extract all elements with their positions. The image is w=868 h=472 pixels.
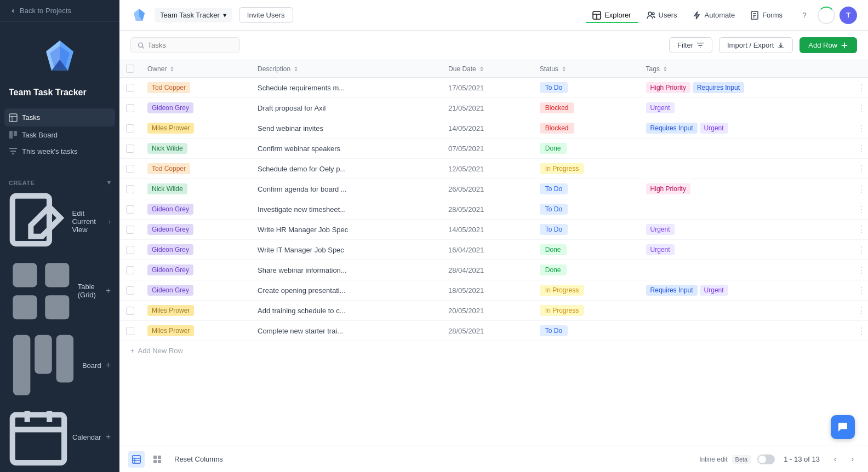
- import-export-button[interactable]: Import / Export: [719, 37, 793, 53]
- description-cell[interactable]: Send webinar invites: [258, 124, 323, 133]
- status-badge[interactable]: Blocked: [540, 123, 574, 134]
- description-cell[interactable]: Share webinar information...: [258, 266, 347, 274]
- description-cell[interactable]: Schedule demo for Oely p...: [258, 165, 346, 173]
- user-avatar[interactable]: T: [840, 7, 857, 24]
- next-page-button[interactable]: ›: [846, 453, 859, 466]
- status-badge[interactable]: Done: [540, 264, 567, 275]
- row-checkbox-11[interactable]: [126, 307, 134, 315]
- tag-badge[interactable]: Urgent: [700, 285, 728, 296]
- row-checkbox-3[interactable]: [126, 145, 134, 153]
- sort-icon-desc[interactable]: [293, 66, 299, 72]
- sort-icon-tags[interactable]: [662, 66, 669, 72]
- topbar-forms[interactable]: Forms: [744, 8, 789, 23]
- add-new-row-button[interactable]: + Add New Row: [119, 341, 868, 360]
- status-badge[interactable]: In Progress: [540, 163, 584, 174]
- description-cell[interactable]: Write IT Manager Job Spec: [258, 246, 344, 254]
- tag-badge[interactable]: High Priority: [646, 183, 690, 194]
- description-cell[interactable]: Create opening presentati...: [258, 286, 345, 295]
- row-actions-menu[interactable]: ⋮: [848, 280, 868, 301]
- description-cell[interactable]: Write HR Manager Job Spec: [258, 226, 348, 234]
- sidebar-board[interactable]: Board +: [4, 327, 115, 404]
- row-checkbox-4[interactable]: [126, 165, 134, 173]
- topbar-project-selector[interactable]: Team Task Tracker ▾: [155, 8, 232, 22]
- tag-badge[interactable]: Requires Input: [646, 123, 698, 134]
- row-actions-menu[interactable]: ⋮: [848, 240, 868, 260]
- status-badge[interactable]: Done: [540, 143, 567, 154]
- status-badge[interactable]: To Do: [540, 183, 568, 194]
- status-badge[interactable]: To Do: [540, 204, 568, 215]
- status-badge[interactable]: To Do: [540, 224, 568, 235]
- row-actions-menu[interactable]: ⋮: [848, 98, 868, 118]
- row-actions-menu[interactable]: ⋮: [848, 301, 868, 321]
- search-box[interactable]: [130, 37, 240, 53]
- tag-badge[interactable]: Urgent: [646, 224, 675, 235]
- sidebar-calendar[interactable]: Calendar +: [4, 404, 115, 470]
- row-checkbox-5[interactable]: [126, 185, 134, 193]
- select-all-checkbox[interactable]: [126, 65, 134, 73]
- owner-badge[interactable]: Gideon Grey: [147, 264, 193, 275]
- status-badge[interactable]: In Progress: [540, 305, 584, 316]
- description-cell[interactable]: Draft proposal for Axil: [258, 104, 326, 112]
- sort-icon-status[interactable]: [561, 66, 567, 72]
- search-input[interactable]: [148, 41, 233, 49]
- help-button[interactable]: ?: [796, 7, 813, 24]
- owner-badge[interactable]: Gideon Grey: [147, 204, 193, 215]
- row-checkbox-9[interactable]: [126, 266, 134, 274]
- owner-badge[interactable]: Tod Copper: [147, 163, 190, 174]
- tag-badge[interactable]: Requires Input: [693, 82, 744, 93]
- status-badge[interactable]: Blocked: [540, 102, 574, 113]
- row-actions-menu[interactable]: ⋮: [848, 220, 868, 240]
- description-cell[interactable]: Confirm webinar speakers: [258, 145, 340, 153]
- filter-button[interactable]: Filter: [669, 37, 712, 53]
- owner-badge[interactable]: Miles Prower: [147, 325, 194, 336]
- list-view-button[interactable]: [128, 451, 145, 468]
- topbar-explorer[interactable]: Explorer: [586, 8, 637, 23]
- row-actions-menu[interactable]: ⋮: [848, 199, 868, 220]
- topbar-users[interactable]: Users: [640, 8, 684, 23]
- sidebar-item-thisweek[interactable]: This week's tasks: [4, 143, 115, 159]
- owner-badge[interactable]: Miles Prower: [147, 305, 194, 316]
- owner-badge[interactable]: Tod Copper: [147, 82, 190, 93]
- tag-badge[interactable]: Urgent: [700, 123, 728, 134]
- owner-badge[interactable]: Nick Wilde: [147, 143, 187, 154]
- sidebar-edit-view[interactable]: Edit Current View ›: [4, 188, 115, 255]
- chat-button[interactable]: [831, 415, 855, 439]
- owner-badge[interactable]: Gideon Grey: [147, 102, 193, 113]
- description-cell[interactable]: Add training schedule to c...: [258, 307, 345, 315]
- description-cell[interactable]: Investigate new timesheet...: [258, 205, 346, 214]
- row-actions-menu[interactable]: ⋮: [848, 139, 868, 159]
- tag-badge[interactable]: Urgent: [646, 244, 675, 255]
- status-badge[interactable]: To Do: [540, 82, 568, 93]
- row-actions-menu[interactable]: ⋮: [848, 179, 868, 199]
- row-actions-menu[interactable]: ⋮: [848, 159, 868, 179]
- sort-icon-owner[interactable]: [169, 66, 175, 72]
- add-row-button[interactable]: Add Row: [800, 37, 857, 53]
- description-cell[interactable]: Complete new starter trai...: [258, 327, 343, 335]
- grid-view-button[interactable]: [149, 451, 165, 468]
- tag-badge[interactable]: Requires Input: [646, 285, 698, 296]
- sidebar-item-tasks[interactable]: Tasks ⋯: [4, 108, 115, 126]
- row-checkbox-10[interactable]: [126, 286, 134, 295]
- sidebar-item-taskboard[interactable]: Task Board: [4, 126, 115, 143]
- row-checkbox-8[interactable]: [126, 246, 134, 254]
- row-checkbox-6[interactable]: [126, 205, 134, 214]
- row-checkbox-1[interactable]: [126, 104, 134, 112]
- description-cell[interactable]: Confirm agenda for board ...: [258, 185, 347, 193]
- status-badge[interactable]: In Progress: [540, 285, 584, 296]
- row-checkbox-0[interactable]: [126, 84, 134, 92]
- sort-icon-due[interactable]: [478, 66, 485, 72]
- row-checkbox-2[interactable]: [126, 124, 134, 133]
- row-checkbox-7[interactable]: [126, 226, 134, 234]
- owner-badge[interactable]: Gideon Grey: [147, 285, 193, 296]
- row-actions-menu[interactable]: ⋮: [848, 118, 868, 139]
- owner-badge[interactable]: Nick Wilde: [147, 183, 187, 194]
- description-cell[interactable]: Schedule requirements m...: [258, 84, 345, 92]
- tag-badge[interactable]: High Priority: [646, 82, 690, 93]
- owner-badge[interactable]: Gideon Grey: [147, 224, 193, 235]
- row-actions-menu[interactable]: ⋮: [848, 321, 868, 341]
- row-actions-menu[interactable]: ⋮: [848, 78, 868, 98]
- invite-users-button[interactable]: Invite Users: [239, 7, 293, 23]
- row-actions-menu[interactable]: ⋮: [848, 260, 868, 280]
- reset-columns-button[interactable]: Reset Columns: [170, 453, 227, 465]
- back-to-projects[interactable]: Back to Projects: [0, 0, 119, 22]
